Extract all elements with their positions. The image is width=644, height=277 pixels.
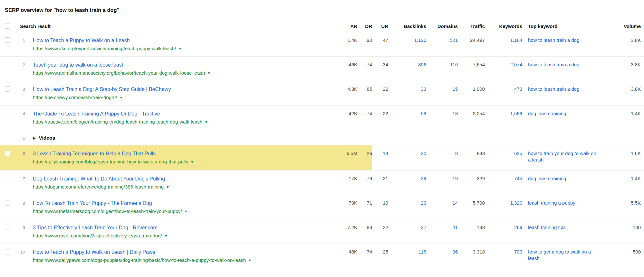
backlinks-link[interactable]: 118 [418,249,426,254]
result-url-link[interactable]: https://tullystraining.com/blog/leash-tr… [33,159,188,164]
volume-value: 1.6K [600,145,644,170]
volume-value: 3.8K [600,32,644,43]
traffic-value: 138 [458,219,485,231]
row-checkbox[interactable] [5,225,10,230]
keywords-link[interactable]: 703 [514,249,522,254]
row-checkbox[interactable] [5,151,10,156]
table-row: 8 How To Leash Train Your Puppy - The Fa… [0,195,644,219]
result-title-link[interactable]: How to Teach a Puppy to Walk on a Leash [33,37,326,44]
backlinks-link[interactable]: 23 [421,200,426,206]
top-keyword-link[interactable]: dog leash training [528,176,566,181]
domains-link[interactable]: 521 [450,37,458,43]
rank-number: 5 [15,130,25,141]
keywords-link[interactable]: 745 [514,176,522,181]
keywords-link[interactable]: 2,574 [510,62,522,67]
top-keyword-link[interactable]: how to train your dog to walk on a leash [528,151,596,162]
domains-link[interactable]: 19 [452,176,458,181]
backlinks-link[interactable]: 30 [421,151,426,156]
result-title-link[interactable]: 3 Leash Training Techniques to Help a Do… [33,150,326,157]
keywords-link[interactable]: 1,320 [510,200,522,206]
url-dropdown-caret-icon[interactable]: ▼ [164,234,168,238]
domains-link[interactable]: 15 [452,86,458,92]
dr-value: 26 [357,145,372,170]
result-title-link[interactable]: 3 Tips to Effectively Leash Train Your D… [33,224,326,231]
url-dropdown-caret-icon[interactable]: ▼ [205,120,208,124]
ur-value: 19 [372,195,388,206]
keywords-link[interactable]: 1,184 [510,37,522,43]
url-dropdown-caret-icon[interactable]: ▼ [178,47,182,51]
row-checkbox[interactable] [5,200,10,206]
rank-number: 10 [15,244,25,255]
result-title-link[interactable]: How To Leash Train Your Puppy - The Farm… [33,200,326,207]
backlinks-link[interactable]: 33 [421,86,426,92]
rank-number: 8 [15,195,25,206]
backlinks-link[interactable]: 1,126 [414,37,426,43]
result-url-link[interactable]: https://www.rover.com/blog/3-tips-effect… [33,233,162,238]
row-checkbox[interactable] [5,62,10,67]
volume-value: 3.8K [600,57,644,68]
backlinks-link[interactable]: 37 [421,225,426,230]
top-keyword-link[interactable]: how to leash train a dog [528,86,579,92]
ar-value: 46K [334,57,357,68]
result-url-link[interactable]: https://www.thefarmersdog.com/digest/how… [33,208,182,214]
serp-overview-table: Search result AR DR UR Backlinks Domains… [0,20,644,268]
keywords-link[interactable]: 1,599 [510,111,522,116]
result-title-link[interactable]: How to Leash Train a Dog: A Step-by Step… [33,86,326,93]
top-keyword-link[interactable]: leash training a puppy [528,200,575,206]
url-dropdown-caret-icon[interactable]: ▼ [248,258,252,262]
result-title-link[interactable]: How to Teach a Puppy to Walk on Leash | … [33,249,326,256]
ar-value: 79K [334,195,357,206]
result-title-link[interactable]: The Guide To Leash Training A Puppy Or D… [33,110,326,117]
keywords-link[interactable]: 269 [514,225,522,230]
column-header-ur: UR [372,20,388,30]
result-url-link[interactable]: https://www.animalhumanesociety.org/beha… [33,70,205,76]
top-keyword-link[interactable]: how to leash train a dog [528,37,579,43]
top-keyword-link[interactable]: how to leash train a dog [528,62,579,67]
row-checkbox[interactable] [5,37,10,43]
result-url-link[interactable]: https://tractive.com/blog/en/training-en… [33,119,202,125]
table-row: 6 3 Leash Training Techniques to Help a … [0,145,644,171]
ur-value: 21 [372,171,388,182]
column-header-search-result: Search result [15,20,334,30]
result-title-link[interactable]: Teach your dog to walk on a loose leash [33,61,326,69]
backlinks-link[interactable]: 29 [421,176,426,181]
top-keyword-link[interactable]: how to get a dog to walk on a leash [528,249,591,261]
keywords-link[interactable]: 473 [514,86,522,92]
url-dropdown-caret-icon[interactable]: ▼ [184,209,188,213]
row-checkbox[interactable] [5,249,10,254]
row-checkbox[interactable] [5,86,10,92]
select-all-checkbox[interactable] [5,23,10,29]
url-dropdown-caret-icon[interactable]: ▼ [190,160,194,164]
url-dropdown-caret-icon[interactable]: ▼ [120,96,123,99]
domains-link[interactable]: 116 [450,62,458,67]
column-header-volume: Volume [600,20,644,30]
table-row: 3 How to Leash Train a Dog: A Step-by St… [0,81,644,106]
ur-value: 22 [372,106,388,117]
top-keyword-link[interactable]: dog leash training [528,111,566,116]
traffic-value: 1,000 [458,81,485,92]
domains-link[interactable]: 8 [455,151,458,156]
keywords-link[interactable]: 625 [514,151,522,156]
backlinks-link[interactable]: 58 [421,111,426,116]
rank-number: 3 [15,81,25,92]
result-url-link[interactable]: https://dogtime.com/reference/dog-traini… [33,184,164,189]
domains-link[interactable]: 11 [453,225,458,230]
row-checkbox[interactable] [5,176,10,181]
result-title-link[interactable]: Dog Leash Training: What To Do About You… [33,175,326,182]
rank-number: 6 [15,145,25,170]
group-label[interactable]: Videos [39,135,55,141]
domains-link[interactable]: 36 [452,249,458,254]
url-dropdown-caret-icon[interactable]: ▼ [166,185,169,189]
domains-link[interactable]: 14 [452,200,458,206]
domains-link[interactable]: 18 [452,111,458,116]
top-keyword-link[interactable]: leash training tips [528,225,566,230]
result-url-link[interactable]: https://www.akc.org/expert-advice/traini… [33,46,176,51]
result-url-link[interactable]: https://www.dailypaws.com/dogs-puppies/d… [33,257,246,263]
url-dropdown-caret-icon[interactable]: ▼ [207,71,211,75]
expand-triangle-icon[interactable]: ▶ [33,136,35,140]
result-url-link[interactable]: https://be.chewy.com/leash-train-dog-2/ [33,95,117,100]
column-header-ar: AR [334,20,357,30]
row-checkbox[interactable] [5,111,10,116]
dr-value: 71 [357,195,372,206]
backlinks-link[interactable]: 306 [418,62,426,67]
